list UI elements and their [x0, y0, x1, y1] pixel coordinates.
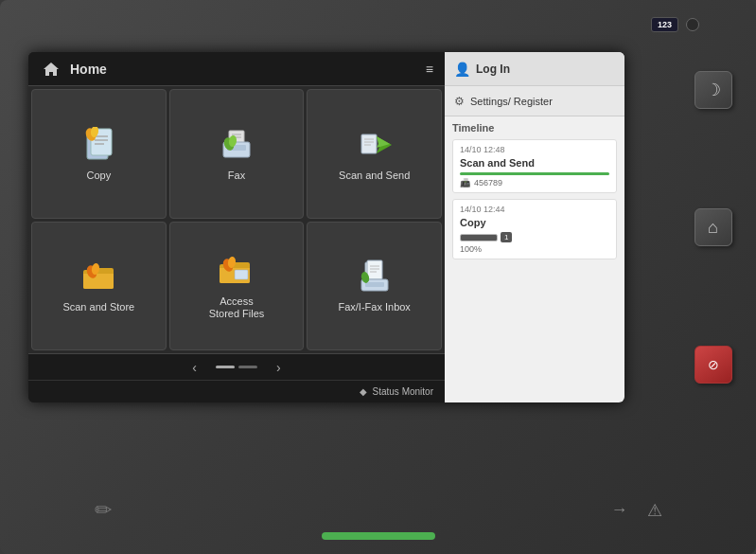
- status-strip: [322, 532, 435, 540]
- main-ui-panel: Home ≡: [28, 52, 445, 402]
- fax-icon: [214, 126, 259, 164]
- nav-dot-2: [238, 366, 257, 368]
- home-button-icon: ⌂: [708, 218, 718, 238]
- progress-badge: 1: [501, 232, 512, 242]
- stored-files-icon: [214, 252, 259, 290]
- header-bar: Home ≡: [28, 52, 445, 86]
- fax-label: Fax: [228, 170, 245, 182]
- svg-rect-31: [365, 282, 384, 287]
- settings-label: Settings/ Register: [470, 96, 553, 107]
- timeline-date-2: 14/10 12:44: [460, 205, 609, 214]
- app-grid: Copy: [28, 86, 445, 353]
- access-stored-label: AccessStored Files: [209, 295, 265, 320]
- login-bar[interactable]: 👤 Log In: [445, 52, 624, 86]
- timeline-detail-1: 📠 456789: [460, 178, 609, 188]
- nav-prev[interactable]: ‹: [192, 360, 197, 375]
- svg-rect-26: [367, 260, 382, 279]
- progress-fill: [461, 235, 497, 241]
- fax-detail-icon: 📠: [460, 178, 470, 188]
- settings-icon: ⚙: [454, 95, 465, 108]
- login-label: Log In: [476, 63, 510, 76]
- pen-icon: ✏: [95, 498, 112, 523]
- scan-send-icon: [352, 126, 397, 164]
- fax-inbox-icon: [352, 258, 397, 295]
- page-title: Home: [70, 62, 418, 77]
- nav-dots: [216, 366, 257, 368]
- number-display: 123: [651, 17, 678, 32]
- bottom-area: ✏ → ⚠: [0, 431, 756, 554]
- sidebar: 👤 Log In ⚙ Settings/ Register Timeline 1…: [445, 52, 624, 402]
- timeline-item-copy[interactable]: 14/10 12:44 Copy 1 100%: [452, 199, 617, 259]
- top-bar: 123: [651, 17, 699, 32]
- timeline-item-scan-send[interactable]: 14/10 12:48 Scan and Send 📠 456789: [452, 139, 617, 193]
- login-icon: 👤: [454, 62, 470, 77]
- status-bar: ◆ Status Monitor: [28, 380, 445, 402]
- printer-body: 123 Home ≡: [0, 0, 756, 554]
- moon-icon: ☽: [706, 80, 721, 100]
- warning-icon: ⚠: [647, 500, 662, 521]
- scan-store-icon: [76, 258, 121, 295]
- svg-rect-24: [235, 270, 248, 279]
- app-tile-fax-inbox[interactable]: Fax/I-Fax Inbox: [307, 222, 442, 351]
- nav-next[interactable]: ›: [276, 360, 281, 375]
- sleep-button[interactable]: ☽: [694, 71, 732, 109]
- scan-store-label: Scan and Store: [62, 301, 134, 313]
- app-tile-fax[interactable]: Fax: [169, 89, 305, 219]
- scan-send-label: Scan and Send: [339, 170, 410, 182]
- status-monitor-label: Status Monitor: [373, 386, 433, 397]
- home-icon[interactable]: [40, 58, 62, 80]
- stop-icon: ⊘: [708, 357, 719, 372]
- app-tile-scan-send[interactable]: Scan and Send: [307, 89, 442, 219]
- status-monitor-icon: ◆: [360, 386, 367, 397]
- menu-icon[interactable]: ≡: [426, 62, 433, 77]
- arrow-icon: →: [611, 500, 628, 521]
- home-button[interactable]: ⌂: [694, 208, 732, 246]
- app-tile-access-stored[interactable]: AccessStored Files: [169, 222, 305, 351]
- fax-number: 456789: [474, 178, 502, 188]
- side-buttons-panel: ☽ ⌂ ⊘: [687, 52, 739, 402]
- copy-icon: [76, 126, 121, 164]
- nav-dot-1: [216, 366, 235, 368]
- timeline-date-1: 14/10 12:48: [460, 145, 609, 154]
- fax-inbox-label: Fax/I-Fax Inbox: [338, 301, 410, 313]
- app-tile-copy[interactable]: Copy: [31, 89, 167, 219]
- bottom-icons-row: ✏ → ⚠: [95, 498, 662, 523]
- power-indicator: [686, 18, 699, 31]
- progress-bar: [460, 234, 498, 241]
- settings-bar[interactable]: ⚙ Settings/ Register: [445, 86, 624, 116]
- nav-bar: ‹ ›: [28, 353, 445, 380]
- timeline-name-1: Scan and Send: [460, 157, 609, 169]
- copy-label: Copy: [86, 170, 111, 182]
- timeline-progress-2: 1: [460, 232, 609, 242]
- timeline-title: Timeline: [452, 122, 617, 134]
- stop-button[interactable]: ⊘: [694, 346, 732, 384]
- timeline-progress-bar-1: [460, 172, 609, 175]
- timeline-section: Timeline 14/10 12:48 Scan and Send 📠 456…: [445, 116, 624, 402]
- screen-container: Home ≡: [28, 52, 624, 402]
- timeline-name-2: Copy: [460, 217, 609, 228]
- app-tile-scan-store[interactable]: Scan and Store: [31, 222, 167, 351]
- copy-progress-text: 100%: [460, 244, 609, 254]
- svg-rect-14: [361, 134, 377, 153]
